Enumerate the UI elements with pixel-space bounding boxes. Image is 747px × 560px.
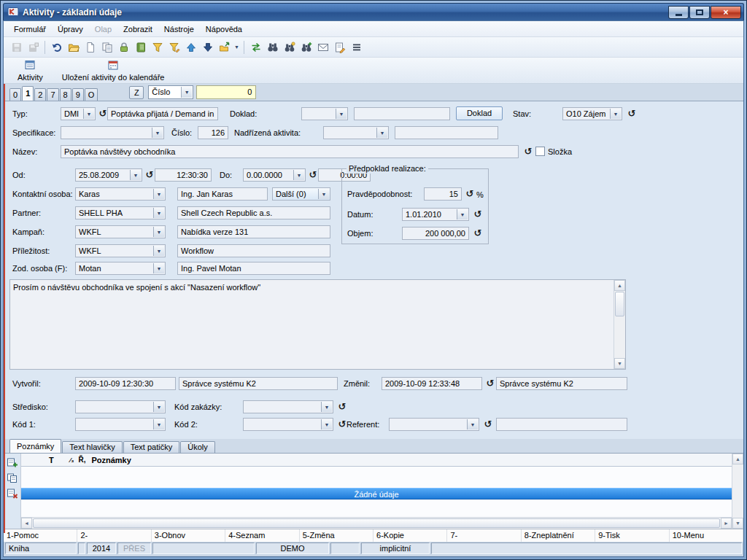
history-icon[interactable]: ↺ [483,419,493,429]
scroll-thumb[interactable] [33,518,720,528]
edit-note-icon[interactable] [332,39,347,55]
send-icon[interactable] [217,39,232,55]
tab-ukoly[interactable]: Úkoly [180,441,215,453]
history-icon[interactable]: ↺ [473,209,483,219]
zod-osoba-name-field[interactable]: Ing. Pavel Motan [177,262,330,275]
close-button[interactable]: × [711,6,741,19]
kampan-name-field[interactable]: Nabídka verze 131 [177,225,330,238]
typ-text-field[interactable]: Poptávka přijatá / Demand in [107,107,218,120]
copy-icon[interactable] [99,39,115,55]
menu-upravy[interactable]: Úpravy [52,23,89,36]
kampan-combo[interactable]: WKFL▼ [75,225,166,238]
partner-combo[interactable]: SHELL PHA▼ [75,206,166,219]
scroll-thumb[interactable] [615,292,624,316]
od-time-field[interactable]: 12:30:30 [155,168,212,182]
dalsi-button[interactable]: Další (0)▼ [272,187,330,201]
kontaktni-osoba-combo[interactable]: Karas▼ [75,187,166,201]
filter-edit-icon[interactable] [166,39,182,55]
chevron-down-icon[interactable]: ▼ [321,419,332,429]
zod-osoba-combo[interactable]: Motan▼ [75,262,166,275]
vertical-scrollbar[interactable]: ▲ ▼ [732,454,743,529]
search-value-input[interactable]: 0 [196,85,256,99]
objem-field[interactable]: 200 000,00 [402,227,469,240]
grid-header[interactable]: T ⁄₃ Ř, Poznámky [21,454,732,467]
mail-icon[interactable] [315,39,330,55]
chevron-down-icon[interactable]: ▼ [457,209,468,219]
chevron-down-icon[interactable]: ▼ [153,227,164,237]
scroll-up-icon[interactable]: ▲ [732,454,743,464]
chevron-down-icon[interactable]: ▼ [181,87,192,98]
scroll-right-icon[interactable]: ► [721,518,732,529]
chevron-down-icon[interactable]: ▼ [153,246,164,256]
kod1-combo[interactable]: ▼ [75,418,166,431]
notes-grid[interactable]: T ⁄₃ Ř, Poznámky Žádné údaje ◄ ► [21,454,732,529]
history-icon[interactable]: ↺ [337,419,347,429]
search-marked-icon[interactable] [282,39,297,55]
datum-combo[interactable]: 1.01.2010▼ [402,208,469,221]
chevron-down-icon[interactable]: ▼ [610,109,621,119]
menu-zobrazit[interactable]: Zobrazit [117,23,158,36]
new-document-icon[interactable] [82,39,98,55]
chevron-down-icon[interactable]: ▼ [152,128,163,138]
fkey-7[interactable]: 7- [447,529,521,542]
chevron-down-icon[interactable]: ▼ [376,128,387,138]
menu-napoveda[interactable]: Nápověda [200,23,248,36]
save-to-calendar-button[interactable]: Uložení aktivity do kalendáře [54,58,173,83]
page-tab-0[interactable]: 0 [9,88,21,101]
nazev-field[interactable]: Poptávka návštěvy obchodníka [61,145,519,158]
chevron-down-icon[interactable]: ▼ [153,263,164,273]
filter-icon[interactable] [150,39,165,55]
scroll-down-icon[interactable]: ▼ [614,358,625,369]
empty-data-row[interactable]: Žádné údaje [21,488,732,499]
minimize-button[interactable] [668,6,689,19]
col-header-poznamky[interactable]: Poznámky [91,456,131,464]
tab-text-paticky[interactable]: Text patičky [123,441,179,453]
chevron-down-icon[interactable]: ▼ [293,170,304,180]
sort-down-icon[interactable] [200,39,215,55]
chevron-down-icon[interactable]: ▼ [130,170,141,180]
typ-code-combo[interactable]: DMI▼ [61,107,96,120]
chevron-down-icon[interactable]: ▼ [321,402,332,412]
nadrizena-text-field[interactable] [395,126,498,139]
chevron-down-icon[interactable]: ▼ [153,419,164,429]
page-tab-7[interactable]: 7 [47,88,58,101]
history-icon[interactable]: ↺ [144,170,155,180]
maximize-button[interactable] [689,6,710,19]
pravdepodobnost-field[interactable]: 15 [424,187,462,201]
page-tab-2[interactable]: 2 [34,88,46,101]
search-field-combo[interactable]: Číslo ▼ [148,85,193,99]
do-date-combo[interactable]: 0.00.0000▼ [243,168,306,182]
prilezitost-name-field[interactable]: Workflow [177,244,330,257]
fkey-4[interactable]: 4-Seznam [225,529,299,542]
nadrizena-combo[interactable]: ▼ [323,126,389,139]
page-tab-1[interactable]: 1 [22,86,34,101]
titlebar[interactable]: Aktivity - základní údaje × [3,3,744,20]
list-icon[interactable] [349,39,364,55]
history-icon[interactable]: ↺ [308,170,318,180]
partner-name-field[interactable]: Shell Czech Republic a.s. [177,206,330,219]
scroll-track[interactable] [732,464,743,518]
menu-nastroje[interactable]: Nástroje [158,23,200,36]
memo-scrollbar[interactable]: ▲ ▼ [614,280,625,369]
chevron-down-icon[interactable]: ▼ [318,189,329,199]
referent-combo[interactable]: ▼ [389,418,479,431]
chevron-down-icon[interactable]: ▼ [153,402,164,412]
search-icon[interactable] [265,39,280,55]
fkey-9[interactable]: 9-Tisk [595,529,669,542]
history-icon[interactable]: ↺ [337,402,347,412]
history-icon[interactable]: ↺ [627,109,637,119]
scroll-left-icon[interactable]: ◄ [21,518,32,529]
z-button[interactable]: Z [129,86,144,99]
chevron-down-icon[interactable]: ▼ [336,109,347,119]
open-icon[interactable] [66,39,81,55]
copy-record-icon[interactable] [6,472,19,485]
stredisko-combo[interactable]: ▼ [75,400,166,413]
chevron-down-icon[interactable]: ▼ [83,109,94,119]
note-textarea[interactable]: Prosím o návštěvu obchodníka ve spojení … [9,279,626,370]
menu-formular[interactable]: Formulář [8,23,52,36]
page-tab-9[interactable]: 9 [72,88,84,101]
fkey-8[interactable]: 8-Zneplatnění [522,529,595,542]
fkey-1[interactable]: 1-Pomoc [4,529,77,542]
history-icon[interactable]: ↺ [473,228,483,238]
col-header-r[interactable]: Ř, [78,456,85,464]
